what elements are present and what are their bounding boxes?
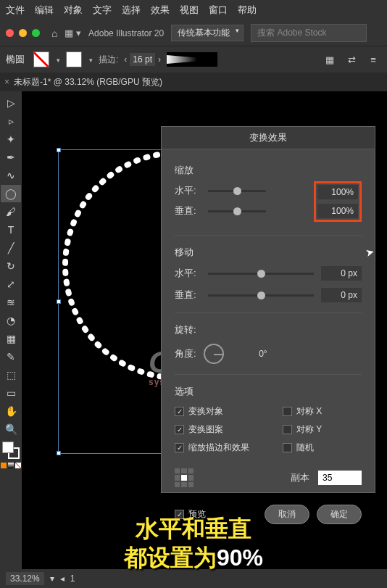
scale-vertical-label: 垂直: — [175, 204, 201, 218]
dialog-title: 变换效果 — [162, 127, 375, 149]
menu-object[interactable]: 对象 — [64, 4, 83, 17]
menu-edit[interactable]: 编辑 — [35, 4, 54, 17]
scale-vertical-slider[interactable] — [208, 210, 266, 212]
menu-file[interactable]: 文件 — [6, 4, 25, 17]
ellipse-tool[interactable]: ◯ — [1, 185, 21, 202]
zoom-dropdown-icon[interactable]: ▾ — [50, 573, 54, 584]
document-tab-bar: × 未标题-1* @ 33.12% (RGB/GPU 预览) — [0, 73, 387, 91]
artboard-number: 1 — [70, 573, 75, 584]
scale-horizontal-slider[interactable] — [208, 190, 266, 192]
selection-tool[interactable]: ▷ — [1, 94, 21, 112]
scale-horizontal-value[interactable]: 100% — [317, 185, 358, 199]
shape-builder-tool[interactable]: ◔ — [1, 312, 21, 329]
scale-horizontal-label: 水平: — [175, 184, 201, 197]
move-horizontal-value[interactable]: 0 px — [321, 266, 362, 281]
color-mode-row[interactable] — [1, 463, 21, 468]
transform-patterns-checkbox[interactable] — [175, 425, 184, 434]
gradient-tool[interactable]: ▦ — [1, 330, 21, 347]
copies-input[interactable]: 35 — [318, 471, 362, 485]
line-tool[interactable]: ╱ — [1, 239, 21, 257]
type-tool[interactable]: T — [1, 221, 21, 239]
workspace-dropdown[interactable]: 传统基本功能 — [171, 25, 244, 41]
minimize-window-button[interactable] — [19, 29, 27, 37]
fill-stroke-control[interactable] — [2, 442, 20, 459]
app-title: Adobe Illustrator 20 — [88, 28, 164, 38]
direct-selection-tool[interactable]: ▹ — [1, 112, 21, 130]
document-tab[interactable]: 未标题-1* @ 33.12% (RGB/GPU 预览) — [14, 76, 162, 88]
subtitle-caption: 水平和垂直 都设置为90% — [0, 514, 387, 572]
angle-value[interactable]: 0° — [231, 347, 272, 361]
angle-dial[interactable] — [204, 344, 224, 364]
active-tool-label: 椭圆 — [6, 53, 25, 66]
angle-label: 角度: — [175, 347, 196, 360]
menu-window[interactable]: 窗口 — [209, 4, 228, 17]
move-vertical-value[interactable]: 0 px — [321, 288, 362, 302]
tools-panel: ▷ ▹ ✦ ✒ ∿ ◯ 🖌 T ╱ ↻ ⤢ ≋ ◔ ▦ ✎ ⬚ ▭ ✋ 🔍 — [0, 91, 22, 569]
artboard-tool[interactable]: ▭ — [1, 384, 21, 402]
fill-swatch[interactable] — [33, 51, 49, 67]
transform-icon[interactable]: ⇄ — [344, 51, 359, 67]
more-options-icon[interactable]: ≡ — [365, 51, 381, 67]
app-toolbar: ⌂ ▦ ▾ Adobe Illustrator 20 传统基本功能 搜索 Ado… — [0, 20, 387, 46]
zoom-tool[interactable]: 🔍 — [1, 421, 21, 438]
menu-view[interactable]: 视图 — [180, 4, 199, 17]
align-icon[interactable]: ▦ — [322, 51, 338, 67]
stroke-dropdown-icon[interactable] — [88, 54, 93, 65]
scale-tool[interactable]: ⤢ — [1, 276, 21, 293]
reflect-x-checkbox[interactable] — [283, 407, 292, 416]
rotate-tool[interactable]: ↻ — [1, 257, 21, 275]
copies-label: 副本 — [291, 471, 309, 484]
search-input[interactable]: 搜索 Adobe Stock — [251, 24, 367, 42]
zoom-level[interactable]: 33.12% — [6, 572, 44, 585]
blend-tool[interactable]: ⬚ — [1, 366, 21, 384]
width-tool[interactable]: ≋ — [1, 294, 21, 311]
close-window-button[interactable] — [6, 29, 14, 37]
random-checkbox[interactable] — [283, 443, 292, 452]
reference-point-grid[interactable] — [175, 468, 194, 487]
close-tab-icon[interactable]: × — [4, 77, 9, 87]
menu-effect[interactable]: 效果 — [151, 4, 170, 17]
reflect-y-checkbox[interactable] — [283, 425, 292, 434]
magic-wand-tool[interactable]: ✦ — [1, 131, 21, 148]
fill-dropdown-icon[interactable] — [55, 54, 60, 65]
prev-artboard-icon[interactable]: ◂ — [60, 573, 64, 584]
options-section-label: 选项 — [175, 385, 362, 398]
move-section-label: 移动 — [175, 246, 362, 259]
pen-tool[interactable]: ✒ — [1, 149, 21, 166]
scale-strokes-checkbox[interactable] — [175, 443, 184, 452]
maximize-window-button[interactable] — [32, 29, 40, 37]
menu-select[interactable]: 选择 — [122, 4, 141, 17]
rotate-section-label: 旋转: — [175, 323, 362, 336]
move-horizontal-label: 水平: — [175, 267, 201, 280]
arrange-documents-icon[interactable]: ▦ ▾ — [64, 28, 81, 38]
menu-help[interactable]: 帮助 — [238, 4, 257, 17]
menu-bar: 文件 编辑 对象 文字 选择 效果 视图 窗口 帮助 — [0, 0, 387, 20]
transform-objects-checkbox[interactable] — [175, 407, 184, 416]
hand-tool[interactable]: ✋ — [1, 402, 21, 420]
brush-preview[interactable] — [167, 52, 217, 67]
move-horizontal-slider[interactable] — [208, 273, 314, 275]
paintbrush-tool[interactable]: 🖌 — [1, 203, 21, 220]
highlight-callout: 100% 100% — [314, 181, 362, 222]
home-icon[interactable]: ⌂ — [51, 28, 57, 39]
window-traffic-lights — [6, 29, 40, 37]
eyedropper-tool[interactable]: ✎ — [1, 348, 21, 365]
curvature-tool[interactable]: ∿ — [1, 167, 21, 184]
transform-effect-dialog: 变换效果 缩放 100% 100% 水平: 垂直: 移动 水平: 0 px 垂直… — [161, 126, 375, 493]
scale-vertical-value[interactable]: 100% — [317, 204, 358, 218]
scale-section-label: 缩放 — [175, 164, 362, 177]
stroke-weight-stepper[interactable]: ‹16 pt› — [124, 53, 161, 66]
stroke-swatch[interactable] — [66, 51, 82, 67]
move-vertical-slider[interactable] — [208, 294, 314, 297]
move-vertical-label: 垂直: — [175, 289, 201, 302]
resize-handle[interactable] — [57, 451, 61, 455]
menu-type[interactable]: 文字 — [93, 4, 112, 17]
control-bar: 椭圆 描边: ‹16 pt› ▦ ⇄ ≡ — [0, 46, 387, 73]
stroke-label: 描边: — [99, 54, 118, 66]
